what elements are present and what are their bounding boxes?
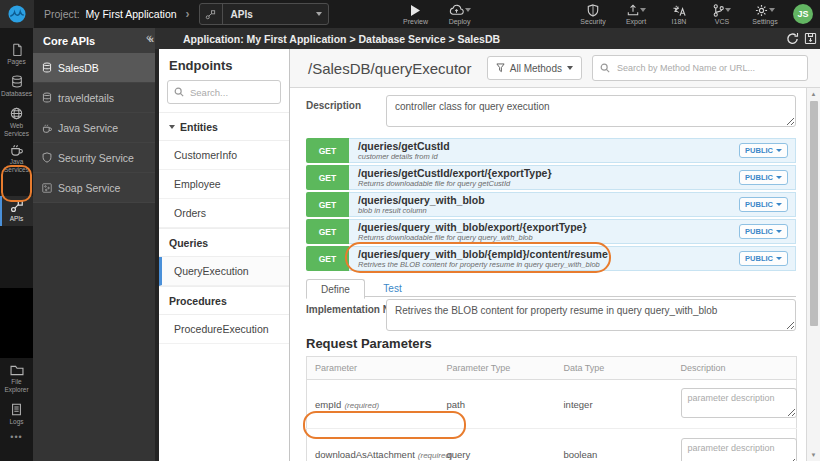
vcs-button[interactable]: VCS xyxy=(707,4,737,25)
access-dropdown[interactable]: PUBLIC xyxy=(739,224,788,239)
access-dropdown[interactable]: PUBLIC xyxy=(739,143,788,158)
service-item-soap-service[interactable]: Soap Service xyxy=(33,173,155,203)
endpoint-description: Returns downloadable file for query quer… xyxy=(358,233,795,242)
sidebar-item-logs[interactable]: Logs xyxy=(0,400,33,429)
access-dropdown[interactable]: PUBLIC xyxy=(739,197,788,212)
caret-down-icon xyxy=(776,257,782,260)
endpoint-row-body[interactable]: /queries/query_with_blob/export/{exportT… xyxy=(349,219,796,244)
methods-filter-dropdown[interactable]: All Methods xyxy=(487,56,582,80)
gear-icon xyxy=(755,4,768,17)
caret-down-icon xyxy=(776,176,782,179)
access-dropdown[interactable]: PUBLIC xyxy=(739,251,788,266)
save-export-icon[interactable] xyxy=(804,32,817,45)
section-header-entities[interactable]: Entities xyxy=(159,112,289,141)
deploy-button[interactable]: Deploy xyxy=(445,4,475,25)
param-description-textarea[interactable] xyxy=(681,438,797,461)
scroll-down-arrow[interactable]: ▼ xyxy=(807,452,820,458)
description-textarea[interactable]: controller class for query execution xyxy=(386,95,796,127)
collapse-arrow-icon[interactable]: « xyxy=(146,31,152,43)
endpoints-panel: Endpoints Entities CustomerInfo Employee… xyxy=(159,49,290,461)
service-item-traveldetails[interactable]: traveldetails xyxy=(33,83,155,113)
user-avatar[interactable]: JS xyxy=(793,4,813,24)
sidebar-item-apis[interactable]: APIs xyxy=(0,196,33,226)
endpoints-search[interactable] xyxy=(167,80,281,104)
data-type-cell: integer xyxy=(556,380,673,429)
tab-test[interactable]: Test xyxy=(369,279,415,297)
method-search-input[interactable] xyxy=(615,62,800,74)
endpoint-item-customerinfo[interactable]: CustomerInfo xyxy=(159,141,289,170)
workspace-dropdown[interactable]: APIs xyxy=(199,3,329,25)
endpoint-path: /queries/getCustId/export/{exportType} xyxy=(358,167,795,179)
method-badge: GET xyxy=(306,165,349,190)
export-button[interactable]: Export xyxy=(621,4,651,25)
shield-icon xyxy=(587,4,599,17)
i18n-button[interactable]: I18N xyxy=(664,4,694,25)
endpoints-title: Endpoints xyxy=(159,49,289,80)
method-badge: GET xyxy=(306,219,349,244)
endpoint-row-body[interactable]: /queries/getCustId customer details from… xyxy=(349,138,796,163)
shield-icon xyxy=(42,152,52,163)
param-description-textarea[interactable] xyxy=(681,388,797,418)
refresh-icon[interactable] xyxy=(786,32,799,45)
security-button[interactable]: Security xyxy=(578,4,608,25)
column-header-parameter-type: Parameter Type xyxy=(439,357,556,380)
database-icon xyxy=(42,62,52,73)
scroll-up-arrow[interactable]: ▲ xyxy=(807,91,820,97)
project-title: Project: My First Application xyxy=(44,8,177,20)
endpoint-item-employee[interactable]: Employee xyxy=(159,170,289,199)
settings-button[interactable]: Settings xyxy=(750,4,780,25)
topbar-right-group: Security Export I18N VCS xyxy=(578,4,813,25)
service-header: /SalesDB/queryExecutor All Methods xyxy=(290,49,820,88)
sidebar-item-file-explorer[interactable]: File Explorer xyxy=(0,362,33,397)
endpoints-search-input[interactable] xyxy=(188,86,274,99)
globe-icon xyxy=(10,107,23,120)
column-header-data-type: Data Type xyxy=(556,357,673,380)
sidebar-item-pages[interactable]: Pages xyxy=(0,40,33,69)
table-row: empId(required) path integer xyxy=(307,380,797,429)
endpoint-row-body[interactable]: /queries/query_with_blob/{empId}/content… xyxy=(349,246,796,271)
rail-dark-region xyxy=(0,288,33,358)
service-item-salesdb[interactable]: SalesDB xyxy=(33,53,155,83)
caret-down-icon xyxy=(567,66,573,70)
chevron-down-icon xyxy=(465,8,471,12)
scrollbar-thumb[interactable] xyxy=(810,101,818,326)
sidebar-item-java-services[interactable]: Java Services xyxy=(0,140,33,177)
tab-bar: Define Test xyxy=(306,278,796,297)
branch-icon xyxy=(713,4,724,17)
play-icon xyxy=(411,4,420,17)
sidebar-item-web-services[interactable]: Web Services xyxy=(0,104,33,141)
endpoint-item-orders[interactable]: Orders xyxy=(159,199,289,228)
endpoint-row-body[interactable]: /queries/getCustId/export/{exportType} R… xyxy=(349,165,796,190)
wavemaker-logo[interactable] xyxy=(0,0,34,28)
implementation-notes-textarea[interactable]: Retrives the BLOB content for property r… xyxy=(386,299,796,331)
endpoint-item-queryexecution[interactable]: QueryExecution xyxy=(159,257,289,286)
service-content: Description controller class for query e… xyxy=(290,88,806,461)
service-item-java-service[interactable]: Java Service xyxy=(33,113,155,143)
tab-define[interactable]: Define xyxy=(306,279,365,299)
export-icon xyxy=(627,4,639,17)
search-icon xyxy=(174,87,184,97)
endpoint-row-selected: GET /queries/query_with_blob/{empId}/con… xyxy=(306,246,796,271)
method-badge: GET xyxy=(306,138,349,163)
service-item-security-service[interactable]: Security Service xyxy=(33,143,155,173)
method-badge: GET xyxy=(306,246,349,271)
endpoint-path: /queries/query_with_blob/{empId}/content… xyxy=(358,248,795,260)
endpoint-description: customer details from id xyxy=(358,152,795,161)
database-icon xyxy=(11,75,23,88)
column-header-description: Description xyxy=(673,357,797,380)
more-icon[interactable]: ••• xyxy=(0,432,33,442)
sidebar-item-databases[interactable]: Databases xyxy=(0,72,33,101)
core-apis-panel: Core APIs « SalesDB traveldetails Java S… xyxy=(33,28,155,461)
chevron-right-icon: › xyxy=(186,7,190,21)
section-header-queries[interactable]: Queries xyxy=(159,228,289,257)
preview-button[interactable]: Preview xyxy=(401,4,431,25)
chevron-down-icon xyxy=(725,8,731,12)
logo-icon xyxy=(8,5,26,23)
endpoint-row-body[interactable]: /queries/query_with_blob blob in result … xyxy=(349,192,796,217)
access-dropdown[interactable]: PUBLIC xyxy=(739,170,788,185)
section-header-procedures[interactable]: Procedures xyxy=(159,286,289,315)
method-search[interactable] xyxy=(592,55,808,81)
chevron-down-icon xyxy=(769,8,775,12)
vertical-scrollbar[interactable]: ▲ ▼ xyxy=(806,88,820,461)
endpoint-item-procedureexecution[interactable]: ProcedureExecution xyxy=(159,315,289,344)
